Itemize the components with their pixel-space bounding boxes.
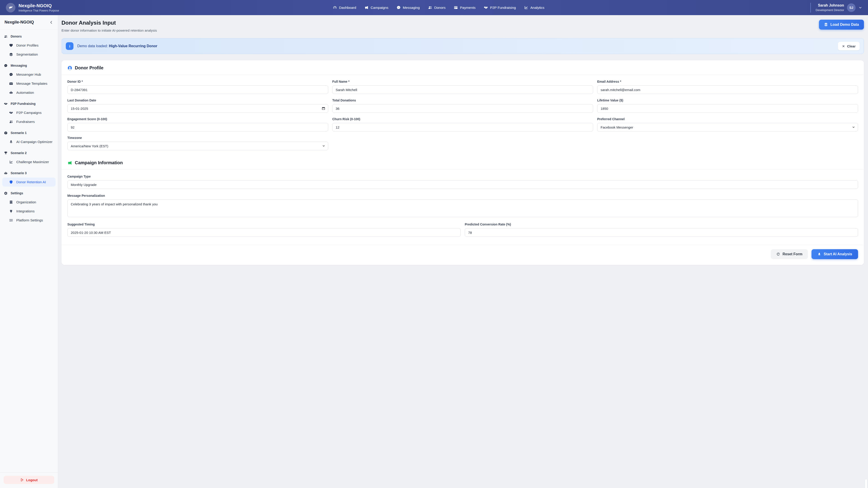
sliders-icon [9,218,13,222]
trophy-icon [4,151,8,155]
sidebar-item-organization[interactable]: Organization [2,198,56,207]
alert-highlight: High-Value Recurring Donor [109,44,157,48]
field-engagement-score: Engagement Score (0-100) [67,117,328,131]
sidebar-item-label: Donor Profiles [16,43,38,47]
sidebar-group-label-donors[interactable]: Donors [0,32,58,41]
field-label: Suggested Timing [67,223,434,226]
info-glyph [68,44,71,48]
sidebar-item-p2p-campaigns[interactable]: P2P Campaigns [2,108,56,117]
form-row: Suggested Timing Predicted Conversion Ra… [67,223,434,237]
timezone-select[interactable]: America/New York (EST) [67,142,328,150]
sidebar-group-label-scenario-1[interactable]: Scenario 1 [0,128,58,137]
field-label: Donor ID * [67,80,328,84]
sidebar-nav: Donors Donor Profiles Segmentation Messa… [0,30,58,244]
donor-id-input[interactable] [67,86,328,94]
sidebar-item-label: P2P Campaigns [16,111,41,115]
group-label: Donors [11,35,22,38]
nav-item-dashboard[interactable]: Dashboard [333,5,356,10]
form-row: Last Donation Date Total Donations Lifet… [67,98,434,113]
message-personalization-textarea[interactable]: Celebrating 3 years of impact with perso… [67,199,434,217]
field-label: Last Donation Date [67,98,328,102]
field-total-donations: Total Donations [332,98,434,113]
page-title: Donor Analysis Input [61,20,157,26]
campaign-type-input[interactable] [67,180,434,189]
sidebar-group-label-scenario-3[interactable]: Scenario 3 [0,168,58,177]
form-row: Donor ID * Full Name * Email Address * [67,80,434,94]
nav-item-donors[interactable]: Donors [428,5,434,10]
sidebar-group-label-messaging[interactable]: Messaging [0,61,58,70]
sidebar-item-fundraisers[interactable]: Fundraisers [2,117,56,126]
sidebar-item-segmentation[interactable]: Segmentation [2,50,56,59]
form-row: Engagement Score (0-100) Churn Risk (0-1… [67,117,434,131]
sidebar-group-label-settings[interactable]: Settings [0,189,58,198]
donor-analysis-card: Donor Profile Donor ID * Full Name * Ema… [61,60,434,244]
building-icon [9,200,13,204]
sidebar-group-scenario-3: Scenario 3 Donor Retention AI [0,168,58,187]
sidebar-group-label-p2p[interactable]: P2P Fundraising [0,99,58,108]
handshake-icon [4,102,8,106]
field-churn-risk: Churn Risk (0-100) [332,117,434,131]
field-label: Message Personalization [67,194,434,197]
section-title: Donor Profile [75,65,103,70]
field-full-name: Full Name * [332,80,434,94]
sidebar-item-label: Segmentation [16,53,38,57]
sidebar-item-platform-settings[interactable]: Platform Settings [2,216,56,225]
megaphone-icon [364,5,369,10]
nav-label: Dashboard [339,6,356,10]
suggested-timing-input[interactable] [67,228,434,237]
field-suggested-timing: Suggested Timing [67,223,434,237]
sidebar-item-message-templates[interactable]: Message Templates [2,79,56,88]
shield-icon [9,180,13,184]
field-message-personalization: Message Personalization Celebrating 3 ye… [67,194,434,218]
sidebar-group-scenario-1: Scenario 1 AI Campaign Optimizer [0,128,58,147]
total-donations-input[interactable] [332,104,434,113]
field-campaign-type: Campaign Type [67,175,434,189]
plug-icon [9,209,13,213]
campaign-info-section-header: Campaign Information [67,160,434,165]
brand-title: Nexgile-NGOIQ [19,3,59,8]
sidebar-item-automation[interactable]: Automation [2,88,56,97]
messenger-icon [397,5,401,10]
churn-risk-input[interactable] [332,123,434,131]
sidebar-item-messenger-hub[interactable]: Messenger Hub [2,70,56,79]
sidebar-item-label: Automation [16,91,34,95]
field-last-donation-date: Last Donation Date [67,98,328,113]
sidebar-group-settings: Settings Organization Integrations Platf… [0,189,58,225]
cube-icon [4,131,8,135]
sidebar-group-label-scenario-2[interactable]: Scenario 2 [0,149,58,158]
field-donor-id: Donor ID * [67,80,328,94]
nav-item-campaigns[interactable]: Campaigns [364,5,388,10]
field-label: Churn Risk (0-100) [332,117,434,121]
sidebar-item-donor-profiles[interactable]: Donor Profiles [2,41,56,50]
page-subtitle: Enter donor information to initiate AI-p… [61,29,157,32]
sidebar-item-label: Messenger Hub [16,72,41,76]
user-circle-icon [67,66,72,70]
sidebar-item-ai-campaign-optimizer[interactable]: AI Campaign Optimizer [2,137,56,147]
sidebar-group-messaging: Messaging Messenger Hub Message Template… [0,61,58,97]
field-label: Timezone [67,136,328,140]
users-icon [9,120,13,124]
sidebar-item-label: Challenge Maximizer [16,160,49,164]
robot-icon [9,91,13,95]
field-label: Total Donations [332,98,434,102]
group-label: Scenario 1 [11,131,27,135]
full-name-input[interactable] [332,86,434,94]
field-label: Engagement Score (0-100) [67,117,328,121]
sidebar-item-integrations[interactable]: Integrations [2,207,56,216]
engagement-score-input[interactable] [67,123,328,131]
last-donation-date-input[interactable] [67,104,328,113]
nav-item-messaging[interactable]: Messaging [397,5,420,10]
sidebar: Nexgile-NGOIQ Donors Donor Profiles Segm… [0,15,58,244]
sidebar-item-label: Organization [16,200,36,204]
group-label: Messaging [11,64,27,67]
demo-loaded-alert: Demo data loaded: High-Value Recurring D… [61,38,434,54]
divider [61,74,434,75]
sidebar-item-challenge-maximizer[interactable]: Challenge Maximizer [2,158,56,166]
heart-icon [9,43,13,47]
sidebar-item-label: Message Templates [16,82,48,86]
sidebar-collapse-button[interactable] [49,20,53,24]
group-label: Settings [11,191,23,195]
group-label: Scenario 3 [11,171,27,175]
brand: Nexgile-NGOIQ Intelligence That Powers P… [6,3,83,12]
sidebar-item-donor-retention-ai[interactable]: Donor Retention AI [2,177,56,187]
